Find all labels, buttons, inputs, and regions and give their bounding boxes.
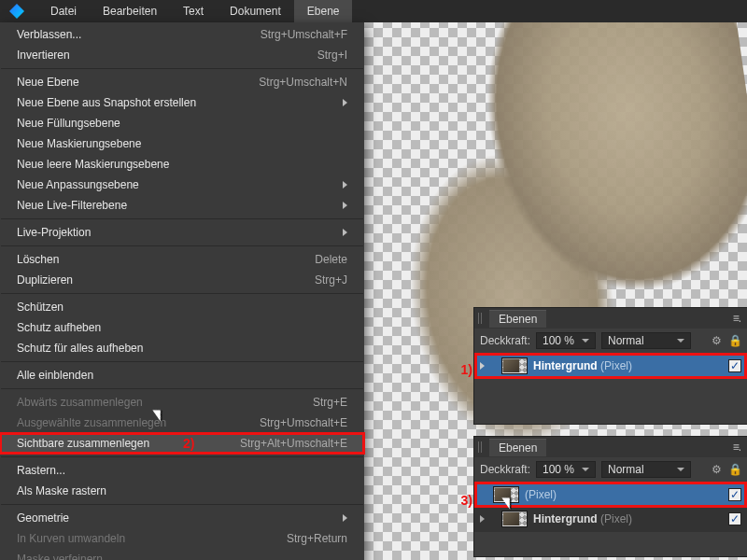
menu-item-label: Live-Projektion: [17, 226, 343, 239]
layer-thumbnail: [493, 486, 519, 503]
dropdown-icon: [677, 468, 684, 471]
tab-ebenen[interactable]: Ebenen: [489, 439, 546, 456]
menu-item-sichtbare-zusammenlegen[interactable]: Sichtbare zusammenlegen2)Strg+Alt+Umscha…: [0, 433, 364, 454]
menu-item-live-projektion[interactable]: Live-Projektion: [0, 222, 364, 243]
menu-item-label: Neue Ebene: [17, 76, 259, 89]
opacity-label: Deckkraft:: [480, 463, 530, 476]
menu-item-neue-ebene[interactable]: Neue EbeneStrg+Umschalt+N: [0, 72, 364, 92]
menu-item-label: Löschen: [17, 253, 315, 266]
menu-item-label: Als Maske rastern: [17, 484, 347, 497]
submenu-arrow-icon: [343, 202, 347, 209]
menu-item-duplizieren[interactable]: DuplizierenStrg+J: [0, 270, 364, 290]
menu-item-neue-anpassungsebene[interactable]: Neue Anpassungsebene: [0, 175, 364, 195]
menu-item-shortcut: Strg+Umschalt+F: [261, 28, 347, 41]
layers-panel-2: Ebenen ≡. Deckkraft: 100 % Normal ⚙ 🔒 (P…: [474, 437, 747, 556]
menu-separator: [1, 293, 363, 294]
panel-options-icon[interactable]: ≡.: [730, 312, 743, 325]
menu-item-shortcut: Strg+J: [315, 273, 347, 287]
menu-item-maske-verfeinern: Maske verfeinern...: [0, 549, 364, 560]
menu-separator: [1, 456, 363, 457]
menubar-item-dokument[interactable]: Dokument: [217, 0, 294, 22]
layer-row-hintergrund[interactable]: Hintergrund (Pixel) ✓: [476, 508, 745, 530]
menu-item-label: Neue Live-Filterebene: [17, 199, 343, 212]
layers-panel-1: Ebenen ≡. Deckkraft: 100 % Normal ⚙ 🔒 Hi…: [474, 308, 747, 424]
lock-icon[interactable]: 🔒: [728, 463, 741, 476]
gear-icon[interactable]: ⚙: [710, 334, 723, 347]
menu-item-alle-einblenden[interactable]: Alle einblenden: [0, 365, 364, 385]
menu-ebene: Verblassen...Strg+Umschalt+FInvertierenS…: [0, 22, 364, 560]
menubar-item-bearbeiten[interactable]: Bearbeiten: [90, 0, 170, 22]
menu-item-label: Neue Ebene aus Snapshot erstellen: [17, 96, 343, 109]
menu-item-label: Abwärts zusammenlegen: [17, 396, 313, 409]
menu-item-neue-maskierungsebene[interactable]: Neue Maskierungsebene: [0, 133, 364, 154]
gear-icon[interactable]: ⚙: [710, 463, 723, 476]
layer-thumbnail: [501, 511, 528, 527]
menu-item-shortcut: Strg+Return: [287, 532, 347, 545]
menu-item-label: Alle einblenden: [17, 369, 347, 382]
menu-separator: [1, 504, 363, 505]
opacity-input[interactable]: 100 %: [536, 461, 596, 478]
menu-item-label: Neue leere Maskierungsebene: [17, 158, 347, 171]
menu-item-neue-leere-maskierungsebene[interactable]: Neue leere Maskierungsebene: [0, 154, 364, 175]
menu-separator: [1, 218, 363, 219]
panel-options-icon[interactable]: ≡.: [730, 441, 743, 454]
visibility-checkbox[interactable]: ✓: [728, 488, 741, 501]
menu-item-label: In Kurven umwandeln: [17, 532, 287, 545]
menu-item-label: Rastern...: [17, 464, 347, 477]
menu-item-shortcut: Strg+Alt+Umschalt+E: [240, 437, 347, 450]
layer-row-pixel[interactable]: (Pixel) ✓: [476, 483, 745, 506]
annotation-marker-2: 2): [183, 433, 194, 454]
menu-item-in-kurven-umwandeln: In Kurven umwandelnStrg+Return: [0, 528, 364, 549]
menu-item-label: Schutz für alles aufheben: [17, 342, 347, 355]
opacity-input[interactable]: 100 %: [536, 332, 596, 349]
dropdown-icon: [582, 468, 589, 471]
menu-item-schutz-aufheben[interactable]: Schutz aufheben: [0, 317, 364, 338]
opacity-label: Deckkraft:: [480, 334, 530, 347]
menubar-item-ebene[interactable]: Ebene: [294, 0, 353, 22]
menu-item-verblassen[interactable]: Verblassen...Strg+Umschalt+F: [0, 24, 364, 45]
menubar-item-text[interactable]: Text: [170, 0, 217, 22]
disclosure-icon[interactable]: [480, 362, 485, 370]
menu-separator: [1, 245, 363, 246]
menu-item-invertieren[interactable]: InvertierenStrg+I: [0, 45, 364, 65]
menu-item-als-maske-rastern[interactable]: Als Maske rastern: [0, 481, 364, 501]
submenu-arrow-icon: [343, 181, 347, 189]
visibility-checkbox[interactable]: ✓: [728, 359, 741, 372]
menu-item-label: Sichtbare zusammenlegen: [17, 437, 240, 450]
menu-item-shortcut: Strg+E: [313, 396, 347, 409]
menu-item-label: Ausgewählte zusammenlegen: [17, 416, 260, 429]
menu-item-l-schen[interactable]: LöschenDelete: [0, 249, 364, 270]
menu-item-label: Maske verfeinern...: [17, 553, 347, 560]
dropdown-icon: [677, 339, 684, 343]
menu-item-rastern[interactable]: Rastern...: [0, 460, 364, 481]
blendmode-select[interactable]: Normal: [601, 461, 691, 478]
menu-item-label: Neue Maskierungsebene: [17, 137, 347, 150]
lock-icon[interactable]: 🔒: [728, 334, 741, 347]
menu-item-label: Verblassen...: [17, 28, 261, 41]
menu-item-neue-f-llungsebene[interactable]: Neue Füllungsebene: [0, 113, 364, 133]
menu-item-shortcut: Delete: [315, 253, 347, 266]
document-image: [332, 0, 747, 511]
menu-item-schutz-f-r-alles-aufheben[interactable]: Schutz für alles aufheben: [0, 338, 364, 358]
layer-row-hintergrund[interactable]: Hintergrund (Pixel) ✓: [476, 355, 745, 377]
submenu-arrow-icon: [343, 229, 347, 236]
disclosure-icon[interactable]: [480, 515, 485, 523]
menu-separator: [1, 68, 363, 69]
menubar-item-datei[interactable]: Datei: [37, 0, 90, 22]
menu-item-neue-live-filterebene[interactable]: Neue Live-Filterebene: [0, 195, 364, 216]
menu-item-neue-ebene-aus-snapshot-erstellen[interactable]: Neue Ebene aus Snapshot erstellen: [0, 92, 364, 113]
menu-item-shortcut: Strg+I: [317, 49, 347, 62]
submenu-arrow-icon: [343, 99, 347, 106]
layer-thumbnail: [501, 357, 528, 374]
submenu-arrow-icon: [343, 514, 347, 522]
tab-ebenen[interactable]: Ebenen: [489, 310, 546, 328]
blendmode-select[interactable]: Normal: [601, 332, 691, 349]
panel-grip-icon[interactable]: [478, 313, 484, 324]
menu-item-sch-tzen[interactable]: Schützen: [0, 297, 364, 317]
menu-item-label: Duplizieren: [17, 273, 315, 287]
menu-item-label: Schützen: [17, 301, 347, 314]
menu-item-geometrie[interactable]: Geometrie: [0, 508, 364, 528]
visibility-checkbox[interactable]: ✓: [728, 512, 741, 525]
panel-grip-icon[interactable]: [478, 441, 484, 453]
menu-item-label: Geometrie: [17, 511, 343, 525]
